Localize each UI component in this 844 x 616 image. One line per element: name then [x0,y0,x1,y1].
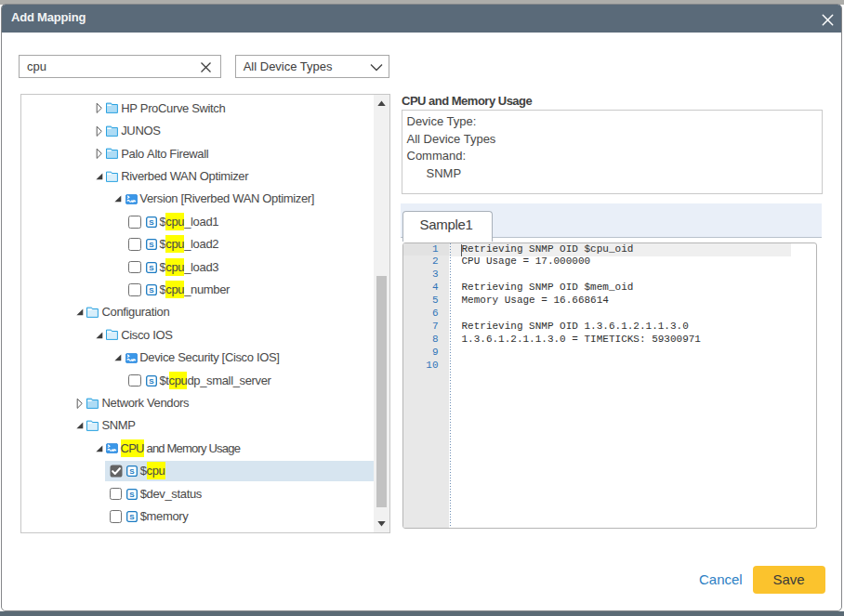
svg-text:S: S [149,264,154,272]
svg-text:S: S [149,241,154,249]
svg-text:S: S [149,218,154,227]
svg-text:S: S [129,467,135,476]
svg-text:S: S [149,286,154,295]
svg-text:S: S [129,513,135,521]
svg-text:S: S [149,377,154,386]
svg-text:S: S [129,491,135,499]
